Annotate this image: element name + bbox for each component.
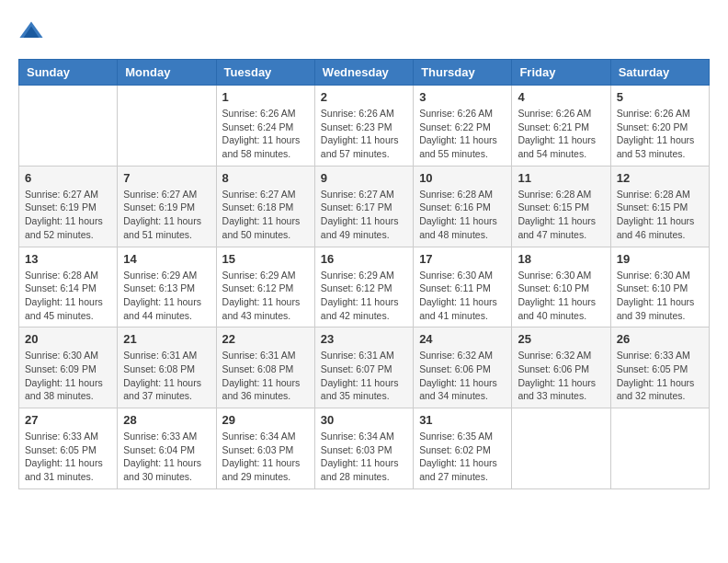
calendar-cell: 12Sunrise: 6:28 AM Sunset: 6:15 PM Dayli… — [610, 166, 709, 247]
calendar-header-row: SundayMondayTuesdayWednesdayThursdayFrid… — [19, 60, 710, 86]
calendar-cell: 5Sunrise: 6:26 AM Sunset: 6:20 PM Daylig… — [610, 86, 709, 167]
calendar-cell: 22Sunrise: 6:31 AM Sunset: 6:08 PM Dayli… — [216, 327, 314, 408]
day-info: Sunrise: 6:28 AM Sunset: 6:14 PM Dayligh… — [25, 269, 111, 323]
day-info: Sunrise: 6:27 AM Sunset: 6:19 PM Dayligh… — [123, 188, 210, 242]
calendar-cell: 9Sunrise: 6:27 AM Sunset: 6:17 PM Daylig… — [314, 166, 413, 247]
day-number: 31 — [419, 413, 506, 427]
day-info: Sunrise: 6:29 AM Sunset: 6:13 PM Dayligh… — [123, 269, 210, 323]
day-info: Sunrise: 6:27 AM Sunset: 6:18 PM Dayligh… — [222, 188, 309, 242]
day-info: Sunrise: 6:26 AM Sunset: 6:24 PM Dayligh… — [222, 107, 309, 161]
day-info: Sunrise: 6:26 AM Sunset: 6:21 PM Dayligh… — [518, 107, 604, 161]
logo — [18, 18, 48, 44]
day-info: Sunrise: 6:31 AM Sunset: 6:07 PM Dayligh… — [321, 349, 407, 403]
day-number: 7 — [123, 171, 210, 185]
day-info: Sunrise: 6:28 AM Sunset: 6:16 PM Dayligh… — [419, 188, 506, 242]
calendar-week-row: 27Sunrise: 6:33 AM Sunset: 6:05 PM Dayli… — [19, 408, 710, 489]
calendar-week-row: 13Sunrise: 6:28 AM Sunset: 6:14 PM Dayli… — [19, 247, 710, 327]
calendar-cell: 28Sunrise: 6:33 AM Sunset: 6:04 PM Dayli… — [118, 408, 216, 489]
weekday-header: Thursday — [414, 60, 512, 86]
day-info: Sunrise: 6:31 AM Sunset: 6:08 PM Dayligh… — [123, 349, 210, 403]
day-number: 6 — [25, 171, 111, 185]
day-number: 27 — [25, 413, 111, 427]
page-header — [18, 18, 710, 44]
day-info: Sunrise: 6:33 AM Sunset: 6:05 PM Dayligh… — [617, 349, 703, 403]
day-number: 2 — [321, 90, 407, 104]
day-info: Sunrise: 6:30 AM Sunset: 6:09 PM Dayligh… — [25, 349, 111, 403]
day-number: 13 — [25, 252, 111, 266]
calendar-cell: 11Sunrise: 6:28 AM Sunset: 6:15 PM Dayli… — [512, 166, 610, 247]
calendar-week-row: 6Sunrise: 6:27 AM Sunset: 6:19 PM Daylig… — [19, 166, 710, 247]
calendar-week-row: 20Sunrise: 6:30 AM Sunset: 6:09 PM Dayli… — [19, 327, 710, 408]
day-info: Sunrise: 6:28 AM Sunset: 6:15 PM Dayligh… — [518, 188, 604, 242]
weekday-header: Sunday — [19, 60, 118, 86]
day-info: Sunrise: 6:31 AM Sunset: 6:08 PM Dayligh… — [222, 349, 309, 403]
day-number: 24 — [419, 332, 506, 346]
day-number: 18 — [518, 252, 604, 266]
day-number: 12 — [617, 171, 703, 185]
weekday-header: Monday — [118, 60, 216, 86]
day-number: 23 — [321, 332, 407, 346]
day-number: 21 — [123, 332, 210, 346]
day-number: 25 — [518, 332, 604, 346]
day-info: Sunrise: 6:30 AM Sunset: 6:11 PM Dayligh… — [419, 269, 506, 323]
calendar-cell: 18Sunrise: 6:30 AM Sunset: 6:10 PM Dayli… — [512, 247, 610, 327]
day-number: 9 — [321, 171, 407, 185]
day-number: 17 — [419, 252, 506, 266]
calendar-cell: 25Sunrise: 6:32 AM Sunset: 6:06 PM Dayli… — [512, 327, 610, 408]
day-info: Sunrise: 6:28 AM Sunset: 6:15 PM Dayligh… — [617, 188, 703, 242]
day-info: Sunrise: 6:34 AM Sunset: 6:03 PM Dayligh… — [222, 430, 309, 484]
day-number: 29 — [222, 413, 309, 427]
day-number: 26 — [617, 332, 703, 346]
calendar-cell: 31Sunrise: 6:35 AM Sunset: 6:02 PM Dayli… — [414, 408, 512, 489]
day-number: 22 — [222, 332, 309, 346]
calendar-week-row: 1Sunrise: 6:26 AM Sunset: 6:24 PM Daylig… — [19, 86, 710, 167]
day-number: 5 — [617, 90, 703, 104]
day-info: Sunrise: 6:26 AM Sunset: 6:20 PM Dayligh… — [617, 107, 703, 161]
logo-icon — [18, 18, 44, 44]
day-number: 16 — [321, 252, 407, 266]
calendar-cell: 24Sunrise: 6:32 AM Sunset: 6:06 PM Dayli… — [414, 327, 512, 408]
day-number: 30 — [321, 413, 407, 427]
weekday-header: Tuesday — [216, 60, 314, 86]
day-info: Sunrise: 6:27 AM Sunset: 6:17 PM Dayligh… — [321, 188, 407, 242]
calendar-cell: 30Sunrise: 6:34 AM Sunset: 6:03 PM Dayli… — [314, 408, 413, 489]
weekday-header: Saturday — [610, 60, 709, 86]
day-info: Sunrise: 6:26 AM Sunset: 6:23 PM Dayligh… — [321, 107, 407, 161]
day-number: 14 — [123, 252, 210, 266]
calendar-cell — [610, 408, 709, 489]
calendar: SundayMondayTuesdayWednesdayThursdayFrid… — [18, 59, 710, 489]
day-info: Sunrise: 6:30 AM Sunset: 6:10 PM Dayligh… — [518, 269, 604, 323]
day-info: Sunrise: 6:32 AM Sunset: 6:06 PM Dayligh… — [419, 349, 506, 403]
day-info: Sunrise: 6:30 AM Sunset: 6:10 PM Dayligh… — [617, 269, 703, 323]
calendar-cell: 20Sunrise: 6:30 AM Sunset: 6:09 PM Dayli… — [19, 327, 118, 408]
calendar-cell: 15Sunrise: 6:29 AM Sunset: 6:12 PM Dayli… — [216, 247, 314, 327]
day-number: 19 — [617, 252, 703, 266]
day-number: 10 — [419, 171, 506, 185]
day-number: 15 — [222, 252, 309, 266]
day-info: Sunrise: 6:35 AM Sunset: 6:02 PM Dayligh… — [419, 430, 506, 484]
calendar-cell: 8Sunrise: 6:27 AM Sunset: 6:18 PM Daylig… — [216, 166, 314, 247]
day-info: Sunrise: 6:27 AM Sunset: 6:19 PM Dayligh… — [25, 188, 111, 242]
day-info: Sunrise: 6:29 AM Sunset: 6:12 PM Dayligh… — [222, 269, 309, 323]
day-number: 1 — [222, 90, 309, 104]
calendar-cell: 6Sunrise: 6:27 AM Sunset: 6:19 PM Daylig… — [19, 166, 118, 247]
day-number: 4 — [518, 90, 604, 104]
day-info: Sunrise: 6:32 AM Sunset: 6:06 PM Dayligh… — [518, 349, 604, 403]
calendar-cell: 13Sunrise: 6:28 AM Sunset: 6:14 PM Dayli… — [19, 247, 118, 327]
day-number: 20 — [25, 332, 111, 346]
calendar-cell — [512, 408, 610, 489]
calendar-cell: 26Sunrise: 6:33 AM Sunset: 6:05 PM Dayli… — [610, 327, 709, 408]
calendar-cell: 3Sunrise: 6:26 AM Sunset: 6:22 PM Daylig… — [414, 86, 512, 167]
calendar-cell: 23Sunrise: 6:31 AM Sunset: 6:07 PM Dayli… — [314, 327, 413, 408]
day-info: Sunrise: 6:26 AM Sunset: 6:22 PM Dayligh… — [419, 107, 506, 161]
calendar-cell: 14Sunrise: 6:29 AM Sunset: 6:13 PM Dayli… — [118, 247, 216, 327]
calendar-cell: 19Sunrise: 6:30 AM Sunset: 6:10 PM Dayli… — [610, 247, 709, 327]
weekday-header: Wednesday — [314, 60, 413, 86]
day-number: 11 — [518, 171, 604, 185]
calendar-cell: 16Sunrise: 6:29 AM Sunset: 6:12 PM Dayli… — [314, 247, 413, 327]
calendar-cell: 1Sunrise: 6:26 AM Sunset: 6:24 PM Daylig… — [216, 86, 314, 167]
calendar-cell — [118, 86, 216, 167]
day-info: Sunrise: 6:33 AM Sunset: 6:05 PM Dayligh… — [25, 430, 111, 484]
calendar-cell: 29Sunrise: 6:34 AM Sunset: 6:03 PM Dayli… — [216, 408, 314, 489]
calendar-cell: 10Sunrise: 6:28 AM Sunset: 6:16 PM Dayli… — [414, 166, 512, 247]
